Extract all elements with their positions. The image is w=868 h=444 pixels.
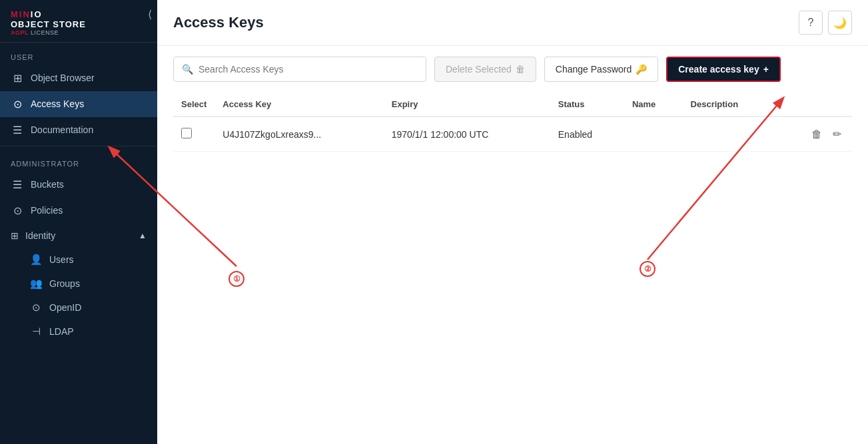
edit-row-button[interactable]: ✏ [830, 125, 844, 143]
sidebar-item-label: Buckets [31, 179, 64, 190]
sidebar-sub-label: LDAP [49, 326, 74, 337]
openid-icon: ⊙ [29, 302, 43, 314]
bucket-icon: ☰ [11, 178, 24, 191]
sidebar-item-groups[interactable]: 👥 Groups [0, 272, 157, 296]
change-password-button[interactable]: Change Password 🔑 [544, 57, 658, 82]
grid-icon: ⊞ [11, 72, 24, 85]
ldap-icon: ⊣ [29, 326, 43, 337]
key-icon: ⊙ [11, 98, 24, 111]
logo-license: AGPL LICENSE [11, 30, 86, 37]
help-button[interactable]: ? [799, 11, 823, 35]
access-keys-table: Select Access Key Expiry Status Name Des… [173, 93, 852, 152]
chevron-up-icon: ▲ [139, 231, 147, 240]
doc-icon: ☰ [11, 124, 24, 136]
logo-text: MINIO OBJECT STORE AGPL LICENSE [11, 8, 86, 37]
user-icon: 👤 [29, 254, 43, 266]
table-row: U4J107ZkgoLxreaxs9... 1970/1/1 12:00:00 … [173, 116, 852, 152]
sidebar-item-label: Documentation [31, 124, 93, 135]
sidebar-item-access-keys[interactable]: ⊙ Access Keys [0, 91, 157, 117]
identity-label: Identity [25, 230, 55, 241]
sidebar-item-policies[interactable]: ⊙ Policies [0, 198, 157, 224]
sidebar-item-label: Access Keys [31, 99, 84, 109]
expiry-cell: 1970/1/1 12:00:00 UTC [384, 116, 550, 152]
search-icon: 🔍 [182, 64, 193, 75]
sidebar-sub-label: Groups [49, 278, 80, 289]
admin-section-label: Administrator [0, 149, 157, 172]
delete-label: Delete Selected [446, 64, 512, 75]
description-cell [683, 116, 777, 152]
page-header: Access Keys ? 🌙 [157, 0, 868, 46]
key-icon: 🔑 [636, 64, 647, 75]
logo-min: MIN [11, 9, 31, 19]
sidebar-item-object-browser[interactable]: ⊞ Object Browser [0, 65, 157, 91]
sidebar-logo: MINIO OBJECT STORE AGPL LICENSE ⟨ [0, 0, 157, 43]
search-box: 🔍 [173, 57, 426, 82]
expiry-column-header: Expiry [384, 93, 550, 116]
sidebar-item-label: Policies [31, 205, 63, 216]
header-actions: ? 🌙 [799, 11, 852, 35]
identity-icon: ⊞ [11, 230, 19, 241]
sidebar-item-openid[interactable]: ⊙ OpenID [0, 296, 157, 320]
main-content: Access Keys ? 🌙 🔍 Delete Selected 🗑 Chan… [157, 0, 868, 444]
toolbar: 🔍 Delete Selected 🗑 Change Password 🔑 Cr… [157, 46, 868, 93]
access-key-column-header: Access Key [215, 93, 383, 116]
trash-icon: 🗑 [516, 64, 525, 75]
search-input[interactable] [199, 64, 418, 75]
delete-row-button[interactable]: 🗑 [809, 125, 825, 143]
name-cell [624, 116, 683, 152]
user-section-label: User [0, 43, 157, 65]
table-body: U4J107ZkgoLxreaxs9... 1970/1/1 12:00:00 … [173, 116, 852, 152]
status-cell: Enabled [550, 116, 624, 152]
delete-selected-button[interactable]: Delete Selected 🗑 [434, 57, 536, 82]
sidebar-item-buckets[interactable]: ☰ Buckets [0, 172, 157, 198]
sidebar-item-ldap[interactable]: ⊣ LDAP [0, 320, 157, 343]
table-header: Select Access Key Expiry Status Name Des… [173, 93, 852, 116]
sidebar-sub-label: Users [49, 254, 74, 265]
sidebar-item-label: Object Browser [31, 73, 95, 83]
collapse-sidebar-button[interactable]: ⟨ [148, 8, 152, 21]
description-column-header: Description [683, 93, 777, 116]
name-column-header: Name [624, 93, 683, 116]
page-title: Access Keys [173, 14, 264, 31]
table-container: Select Access Key Expiry Status Name Des… [157, 93, 868, 444]
change-password-label: Change Password [556, 64, 632, 75]
row-checkbox[interactable] [181, 128, 192, 138]
sidebar-item-users[interactable]: 👤 Users [0, 248, 157, 272]
theme-toggle-button[interactable]: 🌙 [828, 11, 852, 35]
groups-icon: 👥 [29, 278, 43, 290]
sidebar-sub-label: OpenID [49, 302, 81, 313]
sidebar-item-documentation[interactable]: ☰ Documentation [0, 117, 157, 143]
identity-section-header[interactable]: ⊞ Identity ▲ [0, 224, 157, 248]
create-label: Create access key [678, 64, 759, 75]
logo-io: IO [31, 9, 43, 19]
row-select-cell [173, 116, 215, 152]
access-key-cell: U4J107ZkgoLxreaxs9... [215, 116, 383, 152]
plus-icon: + [763, 64, 769, 75]
logo-product: OBJECT STORE [11, 20, 86, 29]
policy-icon: ⊙ [11, 204, 24, 217]
sidebar: MINIO OBJECT STORE AGPL LICENSE ⟨ User ⊞… [0, 0, 157, 444]
actions-cell: 🗑 ✏ [776, 116, 852, 152]
create-access-key-button[interactable]: Create access key + [666, 57, 781, 82]
actions-column-header [776, 93, 852, 116]
select-column-header: Select [173, 93, 215, 116]
status-column-header: Status [550, 93, 624, 116]
